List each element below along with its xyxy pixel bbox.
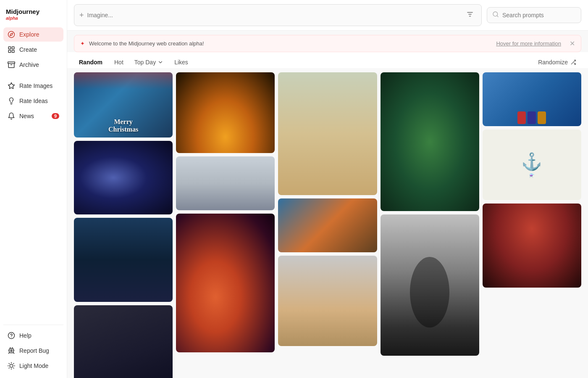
search-bar[interactable]	[487, 7, 581, 23]
gallery-item[interactable]	[74, 141, 173, 214]
gallery-item[interactable]: MerryChristmas	[74, 72, 173, 137]
sidebar-item-rate-ideas-label: Rate Ideas	[19, 98, 48, 104]
gallery-item[interactable]	[176, 156, 275, 210]
sidebar-item-news-label: News	[19, 113, 34, 119]
sun-icon	[8, 362, 15, 370]
banner-star-icon: ✦	[80, 40, 85, 47]
sidebar-item-create[interactable]: Create	[3, 42, 63, 57]
sidebar-item-create-label: Create	[19, 46, 37, 53]
news-badge: 9	[52, 113, 59, 119]
nav-items: Explore Create Archive Rate Images	[3, 27, 63, 322]
gallery-item[interactable]	[74, 305, 173, 378]
sidebar-item-news[interactable]: News 9	[3, 109, 63, 123]
gallery-item[interactable]	[483, 204, 581, 288]
sidebar-bottom: Help Report Bug Light Mode	[3, 325, 63, 373]
gallery-col-4	[381, 72, 479, 356]
tab-hot[interactable]: Hot	[109, 56, 129, 68]
svg-marker-8	[8, 82, 15, 88]
svg-rect-5	[12, 50, 14, 52]
gallery-col-3	[278, 72, 377, 346]
welcome-banner: ✦ Welcome to the Midjourney web creation…	[74, 35, 581, 52]
gallery-item[interactable]	[74, 218, 173, 302]
gallery-item[interactable]	[278, 198, 377, 252]
gallery: MerryChristmas	[67, 68, 588, 378]
randomize-label: Randomize	[538, 59, 568, 66]
svg-line-16	[9, 363, 9, 364]
gallery-item[interactable]	[176, 214, 275, 352]
logo-subtitle: alpha	[6, 16, 39, 21]
gallery-col-5: ⚓ ⚗️	[483, 72, 581, 288]
logo-title: Midjourney	[6, 8, 39, 16]
tab-top-day-label: Top Day	[134, 59, 156, 66]
sidebar-item-rate-images[interactable]: Rate Images	[3, 79, 63, 93]
svg-line-26	[497, 16, 498, 17]
grid-icon	[8, 46, 15, 53]
tab-top-day[interactable]: Top Day	[130, 56, 168, 68]
sidebar-item-explore[interactable]: Explore	[3, 27, 63, 42]
gallery-item[interactable]: ⚓ ⚗️	[483, 130, 581, 200]
sidebar-item-light-mode-label: Light Mode	[19, 362, 48, 369]
compose-plus-icon[interactable]: +	[79, 11, 84, 20]
gallery-item[interactable]	[381, 72, 479, 211]
help-circle-icon	[8, 332, 15, 339]
gallery-item[interactable]	[278, 72, 377, 195]
star-icon	[8, 82, 15, 90]
sidebar-item-help-label: Help	[19, 332, 32, 339]
sidebar-item-rate-images-label: Rate Images	[19, 82, 52, 89]
compass-icon	[8, 31, 15, 38]
banner-link[interactable]: Hover for more information	[496, 40, 561, 47]
svg-rect-3	[12, 47, 14, 49]
sidebar-item-explore-label: Explore	[19, 31, 39, 38]
svg-rect-4	[8, 50, 10, 52]
bell-icon	[8, 112, 15, 120]
sidebar-item-report-bug-label: Report Bug	[19, 347, 49, 354]
sidebar-item-light-mode[interactable]: Light Mode	[3, 359, 63, 373]
svg-line-21	[13, 363, 14, 364]
compose-area[interactable]: +	[74, 4, 482, 26]
bug-icon	[8, 347, 15, 354]
sidebar-item-help[interactable]: Help	[3, 328, 63, 343]
archive-icon	[8, 61, 15, 69]
gallery-item[interactable]	[381, 214, 479, 356]
sidebar-item-archive-label: Archive	[19, 61, 39, 68]
sidebar-item-rate-ideas[interactable]: Rate Ideas	[3, 94, 63, 108]
lightbulb-icon	[8, 97, 15, 105]
tab-random[interactable]: Random	[74, 56, 108, 68]
banner-close-button[interactable]: ✕	[570, 40, 575, 48]
sidebar-item-report-bug[interactable]: Report Bug	[3, 344, 63, 358]
randomize-button[interactable]: Randomize	[533, 56, 581, 68]
sidebar-item-archive[interactable]: Archive	[3, 58, 63, 72]
banner-text: Welcome to the Midjourney web creation a…	[89, 40, 204, 47]
svg-rect-2	[8, 47, 10, 49]
tab-likes[interactable]: Likes	[169, 56, 193, 68]
svg-line-17	[13, 368, 14, 368]
logo: Midjourney alpha	[3, 5, 63, 27]
masonry-grid: MerryChristmas	[74, 72, 581, 378]
gallery-col-2	[176, 72, 275, 352]
compose-input[interactable]	[87, 12, 460, 19]
tab-bar: Random Hot Top Day Likes Randomize	[67, 52, 588, 68]
svg-point-13	[10, 364, 13, 367]
svg-rect-6	[8, 62, 15, 63]
gallery-item[interactable]	[176, 72, 275, 153]
svg-point-0	[8, 31, 15, 37]
main-content: + ✦ Welcome to the Midjourney web creati…	[67, 0, 588, 378]
search-icon	[492, 11, 499, 19]
sidebar: Midjourney alpha Explore Create Archive	[0, 0, 67, 378]
gallery-col-1: MerryChristmas	[74, 72, 173, 378]
filter-button[interactable]	[464, 8, 476, 22]
svg-marker-1	[10, 33, 13, 35]
svg-line-20	[9, 368, 9, 368]
search-input[interactable]	[502, 12, 576, 19]
gallery-item[interactable]	[483, 72, 581, 126]
gallery-item[interactable]	[278, 256, 377, 346]
topbar: +	[67, 0, 588, 31]
